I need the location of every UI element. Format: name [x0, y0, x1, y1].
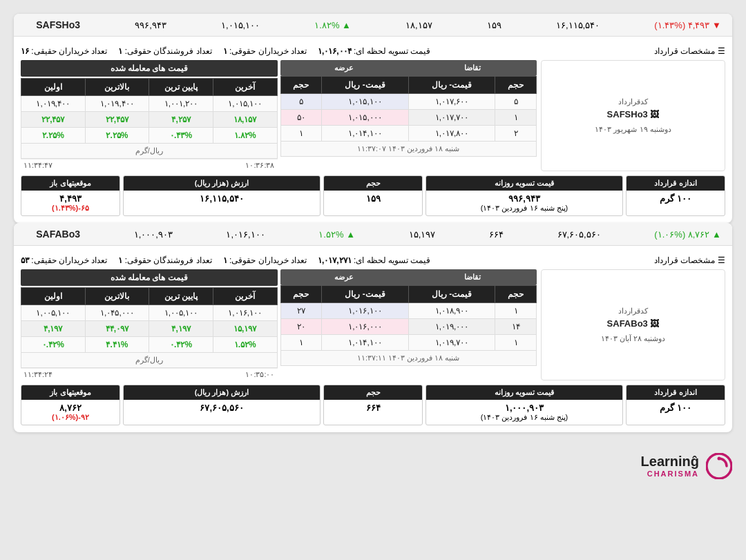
- contract-specs-label: مشخصات قرارداد: [654, 46, 715, 56]
- demand-price: ۱,۰۱۵,۰۰۰: [322, 110, 409, 126]
- trade-header: آخرین: [213, 288, 277, 305]
- offer-vol: ۵: [495, 94, 537, 110]
- volume-val: ۶۶۴: [329, 403, 417, 413]
- bottom-stats: موقعیتهای باز ۴,۴۹۳ ۶۵-(۱.۴۳%) ارزش (هزا…: [21, 175, 725, 216]
- offer-title: عرضه: [280, 269, 409, 285]
- stat2: ۶۶۴: [489, 229, 504, 240]
- info-sellers-legal: تعداد فروشندگان حقوقی: ۱: [118, 46, 211, 56]
- info-buyers-real: تعداد خریداران حقیقی: ۵۳: [21, 255, 107, 265]
- time-row: ۱۱:۳۴:۴۷ ۱۰:۳۶:۳۸: [21, 159, 278, 171]
- trade-header: پایین ترین: [149, 79, 213, 96]
- trade-cell: ۱۸,۱۵۷: [213, 112, 277, 128]
- stat6: ۹۹۶,۹۴۳: [135, 20, 166, 30]
- footer: Learninĝ CHARISMA: [14, 449, 732, 483]
- trade-section-title: قیمت های معامله شده: [21, 60, 278, 77]
- demand-vol: ۵: [280, 94, 322, 110]
- left-section: قیمت های معامله شده آخرینپایین ترینبالات…: [21, 269, 537, 380]
- trade-cell: ۱,۰۱۹,۴۰۰: [21, 96, 86, 112]
- logo-text: Learninĝ CHARISMA: [641, 453, 699, 479]
- open-pos-content: ۴,۴۹۳ ۶۵-(۱.۴۳%): [21, 191, 119, 215]
- stat5: ۱,۰۱۵,۱۰۰: [221, 20, 260, 30]
- demand-title: تقاضا: [408, 269, 537, 285]
- unit-row: ریال/گرم: [21, 144, 278, 159]
- trade-cell: ۱,۰۱۹,۴۰۰: [85, 96, 149, 112]
- contract-code: SAFSHo3: [25, 19, 80, 30]
- daily-price-content: ۱,۰۰۰,۹۰۳ (پنج شنبه ۱۶ فروردین ۱۴۰۳): [426, 400, 622, 425]
- contract-size-title: اندازه قرارداد: [627, 385, 725, 400]
- trade-cell: ۱,۰۴۵,۰۰۰: [85, 305, 149, 321]
- change: ▼ ۴,۴۹۳ (۱.۴۳%): [654, 20, 721, 30]
- demand-price: ۱,۰۱۴,۱۰۰: [322, 126, 409, 142]
- daily-price-section: قیمت تسویه روزانه ۱,۰۰۰,۹۰۳ (پنج شنبه ۱۶…: [425, 385, 623, 425]
- col-offer-vol: حجم: [495, 286, 537, 303]
- trade-cell: ۲.۲۵%: [85, 128, 149, 144]
- col-offer-vol: حجم: [495, 77, 537, 94]
- offer-vol: ۲: [495, 126, 537, 142]
- daily-price-sub: (پنج شنبه ۱۶ فروردین ۱۴۰۳): [432, 204, 617, 213]
- open-positions-section: موقعیتهای باز ۴,۴۹۳ ۶۵-(۱.۴۳%): [21, 175, 120, 216]
- value-title: ارزش (هزار ریال): [124, 176, 320, 191]
- trade-cell: ۲۲,۴۵۷: [85, 112, 149, 128]
- trade-cell: ۱.۵۲%: [213, 337, 277, 353]
- trade-section-title: قیمت های معامله شده: [21, 269, 278, 286]
- trade-cell: ۱۵,۱۹۷: [213, 321, 277, 337]
- open-pos-title: موقعیتهای باز: [21, 385, 119, 400]
- contract-size-val: ۱۰۰ گرم: [632, 403, 719, 413]
- contract-size-section: اندازه قرارداد ۱۰۰ گرم: [626, 175, 725, 216]
- demand-price: ۱,۰۱۴,۱۰۰: [322, 335, 409, 351]
- contract-size-title: اندازه قرارداد: [627, 176, 725, 191]
- open-pos-title: موقعیتهای باز: [21, 176, 119, 191]
- open-pos-sub: ۹۲-(۱.۰۶%): [27, 413, 114, 422]
- open-pos-content: ۸,۷۶۲ ۹۲-(۱.۰۶%): [21, 400, 119, 425]
- trade-cell: ۴,۲۵۷: [149, 112, 213, 128]
- daily-price-title: قیمت تسویه روزانه: [426, 176, 622, 191]
- daily-price-val: ۱,۰۰۰,۹۰۳: [432, 403, 617, 413]
- stat1: ۱۶,۱۱۵,۵۴۰: [556, 20, 600, 30]
- offer-vol: ۱: [495, 335, 537, 351]
- daily-price-section: قیمت تسویه روزانه ۹۹۶,۹۴۳ (پنج شنبه ۱۶ ف…: [425, 175, 623, 216]
- bottom-stats: موقعیتهای باز ۸,۷۶۲ ۹۲-(۱.۰۶%) ارزش (هزا…: [21, 385, 725, 425]
- info-buyers-legal: تعداد خریداران حقوقی: ۱: [223, 255, 307, 265]
- logo-learning: Learninĝ: [641, 453, 699, 470]
- stat3: ▲ ۱.۸۲%: [314, 20, 351, 30]
- contract-specs-label: مشخصات قرارداد: [654, 255, 715, 265]
- contract-size-val: ۱۰۰ گرم: [632, 193, 719, 204]
- trade-cell: ۱,۰۰۵,۱۰۰: [21, 305, 86, 321]
- contract-size-content: ۱۰۰ گرم: [627, 400, 725, 416]
- card-safsh03: SAFSHo3 ۹۹۶,۹۴۳ ۱,۰۱۵,۱۰۰ ▲ ۱.۸۲% ۱۸,۱۵۷…: [14, 14, 732, 223]
- contract-code: SAFABo3: [25, 229, 80, 240]
- value-section: ارزش (هزار ریال) ۶۷,۶۰۵,۵۶۰: [123, 385, 321, 425]
- demand-price: ۱,۰۱۵,۱۰۰: [322, 94, 409, 110]
- offer-price: ۱,۰۱۷,۶۰۰: [408, 94, 495, 110]
- contract-label: کدقرارداد: [618, 307, 648, 316]
- contract-label: کدقرارداد: [618, 97, 648, 106]
- card-body: تعداد خریداران حقیقی: ۱۶ تعداد فروشندگان…: [14, 37, 732, 223]
- trade-cell: ۱,۰۰۱,۲۰۰: [149, 96, 213, 112]
- contract-specs-btn[interactable]: ☰ مشخصات قرارداد: [654, 255, 725, 265]
- contract-date: دوشنبه ۲۸ آبان ۱۴۰۳: [601, 334, 665, 343]
- daily-price-title: قیمت تسویه روزانه: [426, 385, 622, 400]
- contract-size-section: اندازه قرارداد ۱۰۰ گرم: [626, 385, 725, 425]
- value-section: ارزش (هزار ریال) ۱۶,۱۱۵,۵۴۰: [123, 175, 321, 216]
- volume-section: حجم ۱۵۹: [323, 175, 423, 216]
- demand-price: ۱,۰۱۶,۱۰۰: [322, 303, 409, 319]
- contract-specs-btn[interactable]: ☰ مشخصات قرارداد: [654, 46, 725, 56]
- trade-cell: ۱,۰۰۵,۱۰۰: [149, 305, 213, 321]
- trade-cell: ۴,۱۹۷: [149, 321, 213, 337]
- open-pos-val: ۴,۴۹۳: [27, 193, 114, 204]
- info-settlement: قیمت تسویه لحظه ای: ۱,۰۱۶,۰۰۴: [318, 46, 430, 56]
- demand-vol: ۱: [280, 126, 322, 142]
- info-settlement: قیمت تسویه لحظه ای: ۱,۰۱۷,۲۷۱: [318, 255, 430, 265]
- trade-cell: ۰.۴۳%: [149, 128, 213, 144]
- trade-table: آخرینپایین ترینبالاتریناولین ۱,۰۱۵,۱۰۰۱,…: [21, 78, 278, 159]
- time-right: ۱۰:۳۶:۳۸: [245, 161, 274, 170]
- col-demand-vol: حجم: [280, 286, 322, 303]
- card-header: SAFSHo3 ۹۹۶,۹۴۳ ۱,۰۱۵,۱۰۰ ▲ ۱.۸۲% ۱۸,۱۵۷…: [14, 14, 732, 37]
- offer-price: ۱,۰۱۸,۹۰۰: [408, 303, 495, 319]
- offer-demand-section: عرضه تقاضا حجم قیمت- ریال قیمت- ریال ح: [280, 60, 537, 171]
- demand-title: تقاضا: [408, 60, 537, 76]
- contract-name: 🖼 SAFSHo3: [607, 109, 660, 119]
- trade-prices-section: قیمت های معامله شده آخرینپایین ترینبالات…: [21, 269, 278, 380]
- daily-price-sub: (پنج شنبه ۱۶ فروردین ۱۴۰۳): [432, 413, 617, 422]
- value-content: ۱۶,۱۱۵,۵۴۰: [124, 191, 320, 206]
